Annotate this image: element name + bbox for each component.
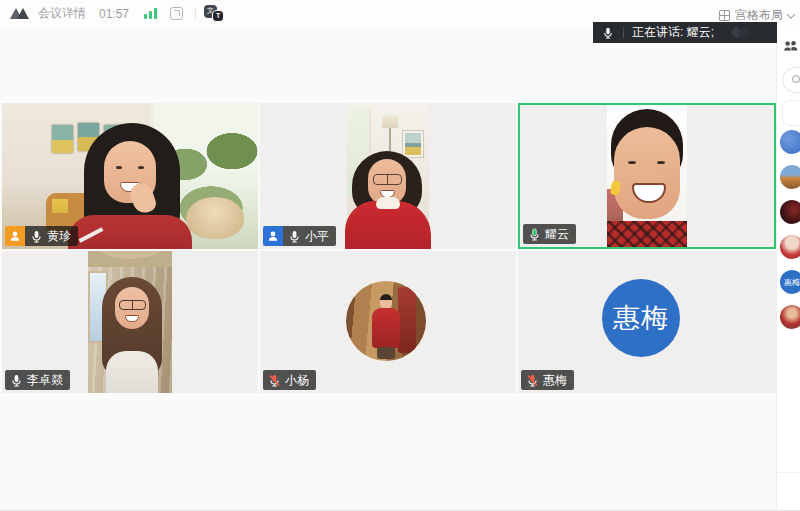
member-avatar[interactable]: 惠梅 — [780, 270, 800, 294]
person-face — [115, 287, 149, 329]
mic-on-icon — [288, 230, 301, 243]
active-speaker-banner: 正在讲话: 耀云; — [593, 22, 777, 43]
member-badge-icon — [263, 226, 283, 246]
chevron-down-icon — [787, 10, 795, 18]
member-avatar[interactable] — [780, 235, 800, 259]
person-blouse — [106, 351, 158, 393]
app-logo-icon — [10, 7, 30, 20]
member-avatar[interactable] — [780, 130, 800, 154]
member-panel: 惠梅 — [776, 0, 800, 511]
participant-name: 黄珍 — [47, 228, 71, 245]
speaking-now-text: 正在讲话: 耀云; — [632, 24, 714, 41]
person-collar — [376, 197, 400, 209]
share-screen-icon[interactable] — [170, 7, 183, 20]
mic-speaking-icon — [528, 228, 541, 241]
mic-icon — [602, 27, 614, 39]
person-body — [372, 308, 400, 348]
meeting-timer: 01:57 — [99, 7, 129, 21]
participant-name-tag: 惠梅 — [521, 370, 574, 390]
participant-name-tag: 耀云 — [523, 224, 576, 244]
video-tile[interactable]: 黄珍 — [2, 103, 258, 249]
grid-layout-icon — [719, 10, 730, 21]
participant-name: 耀云 — [545, 226, 569, 243]
search-icon — [792, 75, 800, 83]
mic-on-icon — [30, 230, 43, 243]
person-face — [614, 127, 680, 219]
participant-initials-avatar: 惠梅 — [602, 279, 680, 357]
members-icon[interactable] — [782, 39, 798, 56]
video-feed — [607, 105, 687, 247]
banner-divider — [623, 27, 624, 38]
toolbar-divider — [195, 8, 196, 20]
person-sweater — [68, 215, 192, 249]
translation-icon[interactable]: 文 T — [204, 5, 228, 23]
network-signal-icon — [144, 8, 157, 19]
avatar-initials-text: 惠梅 — [613, 300, 669, 336]
member-avatar[interactable] — [780, 165, 800, 189]
member-avatar[interactable] — [780, 305, 800, 329]
participant-name-tag: 黄珍 — [5, 226, 78, 246]
mic-muted-icon — [526, 374, 539, 387]
video-tile[interactable]: 惠梅 惠梅 — [518, 251, 776, 393]
participant-name-tag: 小杨 — [263, 370, 316, 390]
mic-muted-icon — [268, 374, 281, 387]
participant-name: 小平 — [305, 228, 329, 245]
person-head — [380, 294, 392, 309]
avatar-initials-text: 惠梅 — [784, 277, 800, 288]
scene-curtain-swag — [88, 251, 172, 267]
person-scarf — [607, 221, 687, 247]
meeting-window: 会议详情 01:57 文 T 宫格布局 — [0, 0, 800, 511]
scene-painting — [403, 131, 423, 157]
search-input[interactable] — [782, 67, 800, 93]
participant-photo-avatar — [346, 281, 426, 361]
meeting-details-button[interactable]: 会议详情 — [38, 5, 86, 22]
video-tile[interactable]: 李卓燚 — [2, 251, 258, 393]
video-tile-active-speaker[interactable]: 耀云 — [518, 103, 776, 249]
video-feed — [347, 103, 429, 249]
participant-name: 李卓燚 — [27, 372, 63, 389]
video-tile[interactable]: 小杨 — [260, 251, 516, 393]
member-avatar[interactable] — [780, 200, 800, 224]
participant-name: 小杨 — [285, 372, 309, 389]
video-tile[interactable]: 小平 — [260, 103, 516, 249]
watermark-logo-icon — [731, 27, 751, 38]
panel-divider — [777, 472, 800, 473]
video-feed — [88, 251, 172, 393]
scene-beanbag — [186, 197, 244, 239]
host-badge-icon — [5, 226, 25, 246]
person-legs — [377, 347, 395, 359]
participant-name-tag: 小平 — [263, 226, 336, 246]
mic-on-icon — [10, 374, 23, 387]
participant-name-tag: 李卓燚 — [5, 370, 70, 390]
scene-door — [398, 287, 416, 353]
participant-name: 惠梅 — [543, 372, 567, 389]
sidebar-action-button[interactable] — [782, 100, 800, 126]
